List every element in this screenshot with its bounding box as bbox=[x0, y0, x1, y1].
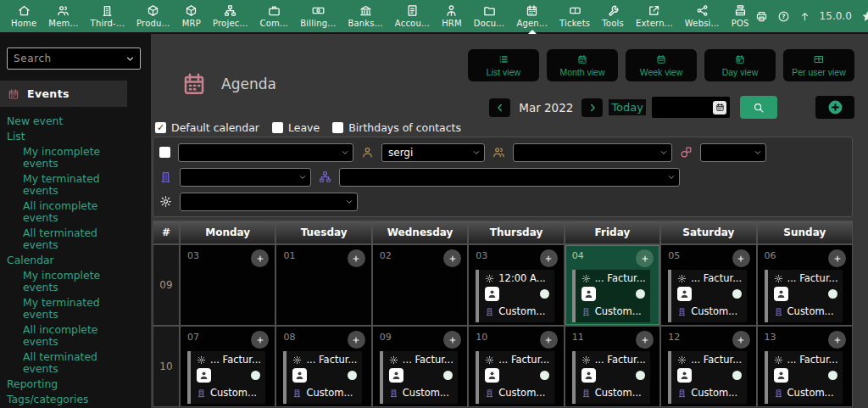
usergroup-select[interactable] bbox=[513, 143, 672, 162]
view-btn-list-view[interactable]: List view bbox=[468, 49, 539, 81]
day-cell[interactable]: 08... Factur...Custom... bbox=[276, 327, 370, 406]
sidebar-item-all-terminated-events[interactable]: All terminated events bbox=[0, 226, 129, 253]
nav-item-products[interactable]: Produ... bbox=[131, 0, 176, 32]
sidebar-item-my-incomplete-events[interactable]: My incomplete events bbox=[0, 268, 129, 295]
event-type-select[interactable] bbox=[178, 143, 353, 162]
nav-item-websites[interactable]: Websi... bbox=[679, 0, 726, 32]
day-cell[interactable]: 03 bbox=[181, 245, 275, 325]
nav-item-home[interactable]: Home bbox=[5, 0, 42, 32]
nav-item-third-parties[interactable]: Third-... bbox=[85, 0, 131, 32]
day-cell[interactable]: 11... Factur...Custom... bbox=[565, 327, 659, 406]
sidebar-item-all-incomplete-events[interactable]: All incomplete events bbox=[0, 198, 129, 226]
sidebar-item-my-terminated-events[interactable]: My terminated events bbox=[0, 171, 129, 198]
sidebar-item-new-event[interactable]: New event bbox=[0, 114, 129, 129]
add-event-button[interactable] bbox=[636, 331, 654, 349]
view-btn-week-view[interactable]: Week view bbox=[626, 49, 697, 81]
view-btn-month-view[interactable]: Month view bbox=[547, 49, 618, 81]
sidebar-item-all-incomplete-events[interactable]: All incomplete events bbox=[0, 322, 129, 349]
nav-item-documents[interactable]: Docu... bbox=[468, 0, 511, 32]
view-btn-day-view[interactable]: Day view bbox=[704, 49, 776, 81]
upload-icon[interactable] bbox=[799, 11, 810, 22]
day-cell[interactable]: 12... Factur...Custom... bbox=[661, 327, 755, 406]
thirdparty-select[interactable] bbox=[180, 168, 311, 187]
sidebar-item-my-incomplete-events[interactable]: My incomplete events bbox=[0, 144, 129, 171]
sidebar-item-reporting[interactable]: Reporting bbox=[0, 377, 129, 392]
add-event-button[interactable] bbox=[636, 249, 654, 267]
day-cell[interactable]: 13... Factur...Custom... bbox=[758, 327, 852, 406]
project-select[interactable] bbox=[339, 168, 680, 187]
day-cell[interactable]: 09... Factur...Custom... bbox=[373, 327, 467, 406]
add-event-button[interactable] bbox=[251, 249, 269, 267]
nav-item-accountancy[interactable]: Accou... bbox=[389, 0, 436, 32]
event-card[interactable]: ... Factur...Custom... bbox=[476, 351, 554, 404]
add-event-button[interactable] bbox=[348, 331, 365, 349]
nav-item-commerce[interactable]: Com... bbox=[254, 0, 295, 32]
add-event-button[interactable] bbox=[348, 249, 365, 267]
event-card[interactable]: ... Factur...Custom... bbox=[765, 351, 843, 404]
next-month-button[interactable] bbox=[581, 98, 603, 117]
help-icon[interactable]: ? bbox=[777, 10, 790, 23]
nav-item-agenda[interactable]: Agen... bbox=[510, 0, 554, 32]
day-cell-today[interactable]: 04... Factur...Custom... bbox=[565, 245, 659, 325]
day-cell[interactable]: 05... Factur...Custom... bbox=[661, 245, 755, 325]
add-event-button[interactable] bbox=[732, 249, 750, 267]
toggle-birthdays-of-contacts[interactable]: Birthdays of contacts bbox=[332, 121, 461, 134]
sidebar-item-all-terminated-events[interactable]: All terminated events bbox=[0, 349, 129, 377]
event-card[interactable]: ... Factur...Custom... bbox=[668, 270, 746, 322]
toggle-default-calendar[interactable]: ✓Default calendar bbox=[155, 121, 259, 134]
nav-item-external-site[interactable]: Extern... bbox=[630, 0, 679, 32]
event-card[interactable]: ... Factur...Custom... bbox=[765, 270, 843, 322]
nav-item-tickets[interactable]: Tickets bbox=[554, 0, 596, 32]
today-link[interactable]: Today bbox=[609, 99, 646, 115]
event-card[interactable]: ... Factur...Custom... bbox=[283, 351, 361, 404]
event-card[interactable]: ... Factur...Custom... bbox=[572, 270, 650, 322]
sidebar-item-my-terminated-events[interactable]: My terminated events bbox=[0, 295, 129, 322]
add-event-button[interactable] bbox=[540, 249, 558, 267]
day-cell[interactable]: 10... Factur...Custom... bbox=[469, 327, 563, 406]
add-event-button[interactable] bbox=[540, 331, 558, 349]
sidebar-section-events[interactable]: Events bbox=[0, 81, 127, 107]
previous-month-button[interactable] bbox=[489, 98, 510, 117]
bookmark-star-icon[interactable] bbox=[861, 10, 868, 23]
nav-item-tools[interactable]: Tools bbox=[596, 0, 630, 32]
add-event-button[interactable] bbox=[443, 331, 461, 349]
print-icon[interactable] bbox=[755, 10, 768, 23]
event-card[interactable]: ... Factur...Custom... bbox=[380, 351, 458, 404]
event-card[interactable]: 12:00 A...Custom... bbox=[476, 270, 554, 322]
nav-item-projects[interactable]: Projec... bbox=[207, 0, 254, 32]
day-cell[interactable]: 06... Factur...Custom... bbox=[758, 245, 852, 325]
checkbox-icon[interactable]: ✓ bbox=[155, 122, 166, 133]
sidebar-item-tags-categories[interactable]: Tags/categories bbox=[0, 392, 129, 407]
nav-item-billing[interactable]: Billing... bbox=[294, 0, 342, 32]
nav-item-members[interactable]: Mem... bbox=[42, 0, 84, 32]
day-cell[interactable]: 02 bbox=[373, 245, 467, 325]
sidebar-item-calendar[interactable]: Calendar bbox=[0, 253, 129, 268]
nav-item-hrm[interactable]: HRM bbox=[436, 0, 468, 32]
add-event-button[interactable] bbox=[828, 249, 846, 267]
resource-select[interactable] bbox=[700, 143, 766, 162]
day-cell[interactable]: 0312:00 A...Custom... bbox=[469, 245, 563, 325]
add-event-button[interactable] bbox=[828, 331, 846, 349]
filter-checkbox[interactable] bbox=[159, 147, 170, 158]
nav-item-banks[interactable]: Banks... bbox=[342, 0, 388, 32]
toggle-leave[interactable]: Leave bbox=[272, 121, 320, 134]
search-button[interactable] bbox=[740, 96, 777, 119]
search-combobox[interactable]: Search bbox=[7, 48, 141, 70]
event-card[interactable]: ... Factur...Custom... bbox=[572, 351, 650, 404]
date-picker-icon[interactable] bbox=[713, 101, 726, 115]
event-card[interactable]: ... Factur...Custom... bbox=[187, 351, 265, 404]
event-card[interactable]: ... Factur...Custom... bbox=[668, 351, 746, 404]
add-event-button[interactable] bbox=[815, 96, 854, 119]
day-cell[interactable]: 01 bbox=[276, 245, 370, 325]
add-event-button[interactable] bbox=[443, 249, 461, 267]
add-event-button[interactable] bbox=[251, 331, 269, 349]
checkbox-icon[interactable] bbox=[272, 122, 283, 133]
nav-item-pos[interactable]: POS bbox=[726, 0, 755, 32]
day-cell[interactable]: 07... Factur...Custom... bbox=[181, 327, 275, 406]
checkbox-icon[interactable] bbox=[332, 122, 343, 133]
nav-item-mrp[interactable]: MRP bbox=[176, 0, 207, 32]
user-select[interactable]: sergi bbox=[381, 143, 485, 162]
date-search-input[interactable] bbox=[652, 97, 730, 118]
sidebar-item-list[interactable]: List bbox=[0, 129, 129, 144]
status-select[interactable] bbox=[180, 193, 358, 211]
